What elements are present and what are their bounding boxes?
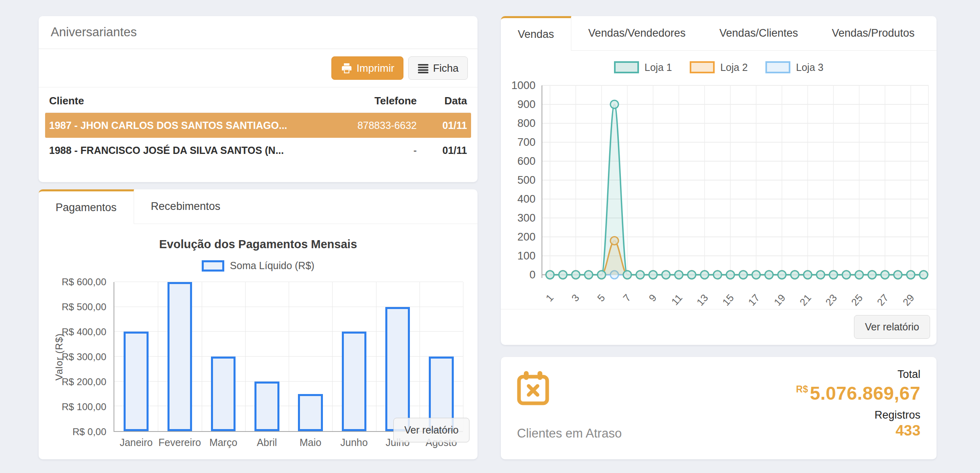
bar-fevereiro	[167, 282, 192, 431]
bar-junho	[342, 332, 367, 431]
row-telefone: -	[308, 145, 417, 156]
aniversariantes-title: Aniversariantes	[39, 16, 478, 49]
x-tick-label: Fevereiro	[158, 437, 201, 448]
table-row[interactable]: 1988 - FRANCISCO JOSÉ DA SILVA SANTOS (N…	[45, 138, 471, 163]
tabstrip-filler	[932, 16, 937, 51]
x-tick-label: Março	[202, 437, 245, 448]
y-tick-label: R$ 400,00	[62, 326, 106, 338]
svg-text:700: 700	[517, 136, 535, 148]
total-label: Total	[796, 368, 920, 381]
bar-chart: Valor (R$) R$ 0,00R$ 100,00R$ 200,00R$ 3…	[53, 282, 463, 432]
y-axis-tick-labels: R$ 0,00R$ 100,00R$ 200,00R$ 300,00R$ 400…	[65, 282, 110, 432]
bar-slot	[376, 282, 420, 431]
vendas-line-chart: 0100200300400500600700800900100013579111…	[505, 76, 932, 306]
vendas-card: Vendas Vendas/Vendedores Vendas/Clientes…	[501, 16, 937, 345]
legend-label: Loja 2	[720, 62, 748, 73]
legend-item[interactable]: Loja 1	[614, 61, 672, 73]
row-data: 01/11	[417, 120, 467, 131]
bar-julho	[385, 307, 410, 431]
svg-text:400: 400	[517, 193, 535, 205]
svg-text:1: 1	[544, 292, 556, 304]
svg-text:11: 11	[669, 292, 684, 306]
legend-swatch	[765, 61, 790, 73]
bar-março	[211, 357, 236, 431]
svg-text:21: 21	[797, 292, 813, 306]
row-telefone: 878833-6632	[308, 120, 417, 131]
bar-slot	[332, 282, 376, 431]
imprimir-label: Imprimir	[357, 62, 395, 75]
vendas-card-footer: Ver relatório	[501, 309, 937, 345]
y-tick-label: R$ 300,00	[62, 351, 106, 363]
aniversariantes-toolbar: Imprimir Ficha	[39, 49, 478, 87]
x-tick-label: Abril	[245, 437, 289, 448]
y-tick-label: R$ 600,00	[62, 276, 106, 288]
table-header-row: Cliente Telefone Data	[45, 89, 471, 113]
registros-value: 433	[796, 422, 920, 439]
svg-text:13: 13	[694, 292, 710, 306]
tab-vendas[interactable]: Vendas	[501, 16, 571, 51]
ficha-button[interactable]: Ficha	[408, 56, 468, 80]
tab-pagamentos[interactable]: Pagamentos	[39, 189, 134, 224]
svg-text:9: 9	[647, 292, 659, 304]
y-tick-label: R$ 200,00	[62, 376, 106, 388]
svg-text:600: 600	[517, 155, 535, 167]
tabstrip-filler	[237, 189, 478, 224]
x-tick-label: Junho	[332, 437, 376, 448]
x-tick-label: Janeiro	[114, 437, 158, 448]
svg-text:29: 29	[900, 292, 916, 306]
total-value: R$5.076.869,67	[796, 382, 920, 404]
tab-vendas-clientes[interactable]: Vendas/Clientes	[703, 16, 815, 51]
svg-text:0: 0	[529, 269, 535, 281]
ver-relatorio-vendas-button[interactable]: Ver relatório	[854, 315, 930, 339]
vendas-chart-legend: Loja 1Loja 2Loja 3	[501, 61, 937, 73]
bar-chart-plot	[114, 282, 463, 432]
bar-slot	[420, 282, 463, 431]
bar-slot	[202, 282, 245, 431]
gridline	[463, 282, 463, 431]
svg-text:15: 15	[720, 292, 736, 306]
tab-recebimentos[interactable]: Recebimentos	[134, 189, 238, 224]
svg-text:25: 25	[849, 292, 864, 306]
row-cliente: 1988 - FRANCISCO JOSÉ DA SILVA SANTOS (N…	[49, 145, 308, 156]
legend-label: Soma Líquido (R$)	[230, 260, 314, 272]
imprimir-button[interactable]: Imprimir	[331, 56, 404, 80]
aniversariantes-card: Aniversariantes Imprimir	[39, 16, 478, 182]
svg-text:500: 500	[517, 174, 535, 186]
bar-maio	[298, 394, 323, 432]
bar-slot	[289, 282, 332, 431]
row-cliente: 1987 - JHON CARLOS DOS SANTOS SANTIAGO..…	[49, 120, 308, 131]
svg-text:1000: 1000	[511, 79, 535, 91]
aniversariantes-table: Cliente Telefone Data 1987 - JHON CARLOS…	[45, 89, 471, 163]
ficha-label: Ficha	[433, 62, 459, 75]
atraso-stats: Total R$5.076.869,67 Registros 433	[796, 368, 920, 439]
bar-chart-legend: Soma Líquido (R$)	[39, 260, 478, 272]
legend-swatch	[690, 61, 715, 73]
bar-slot	[245, 282, 289, 431]
printer-icon	[341, 62, 353, 74]
legend-swatch	[202, 260, 224, 272]
svg-text:800: 800	[517, 117, 535, 129]
header-data: Data	[417, 95, 467, 107]
registros-label: Registros	[796, 409, 920, 421]
svg-text:23: 23	[823, 292, 839, 306]
legend-item[interactable]: Loja 3	[765, 61, 823, 73]
svg-text:17: 17	[746, 292, 761, 306]
legend-item[interactable]: Loja 2	[690, 61, 748, 73]
ver-relatorio-pagamentos-button[interactable]: Ver relatório	[393, 418, 469, 442]
y-tick-label: R$ 100,00	[62, 401, 106, 413]
header-cliente: Cliente	[49, 95, 308, 107]
legend-label: Loja 1	[645, 62, 672, 73]
clientes-em-atraso-card: Clientes em Atraso Total R$5.076.869,67 …	[501, 357, 937, 459]
svg-text:27: 27	[875, 292, 890, 306]
tab-vendas-produtos[interactable]: Vendas/Produtos	[815, 16, 932, 51]
bar-slot	[158, 282, 201, 431]
bar-janeiro	[124, 332, 149, 431]
table-row[interactable]: 1987 - JHON CARLOS DOS SANTOS SANTIAGO..…	[45, 113, 471, 138]
currency-symbol: R$	[796, 384, 808, 394]
svg-text:3: 3	[569, 292, 581, 304]
y-tick-label: R$ 500,00	[62, 301, 106, 313]
tab-vendas-vendedores[interactable]: Vendas/Vendedores	[571, 16, 703, 51]
svg-text:300: 300	[517, 212, 535, 224]
bar-chart-title: Evolução dos Pagamentos Mensais	[39, 238, 478, 251]
svg-text:200: 200	[517, 231, 535, 243]
